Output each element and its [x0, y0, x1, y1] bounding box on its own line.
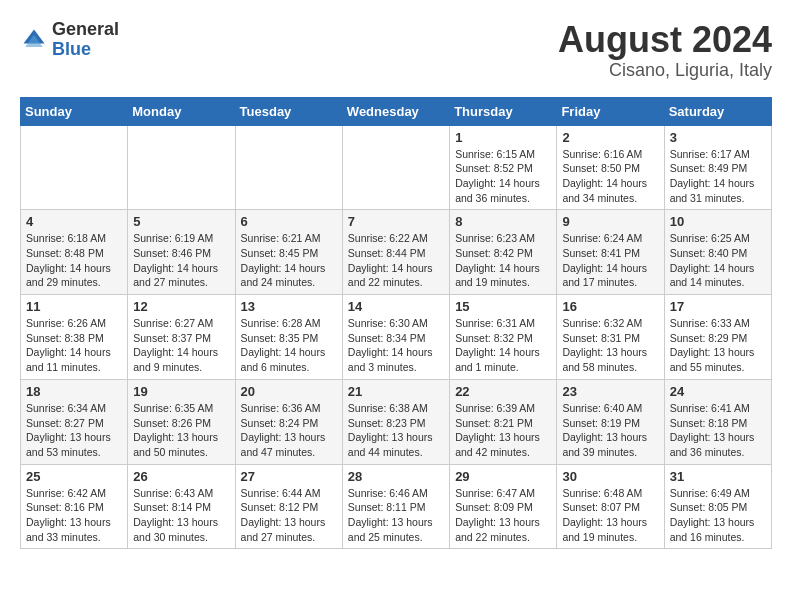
day-info: Sunrise: 6:43 AM Sunset: 8:14 PM Dayligh… [133, 486, 229, 545]
day-number: 3 [670, 130, 766, 145]
day-info: Sunrise: 6:46 AM Sunset: 8:11 PM Dayligh… [348, 486, 444, 545]
day-info: Sunrise: 6:35 AM Sunset: 8:26 PM Dayligh… [133, 401, 229, 460]
title-block: August 2024 Cisano, Liguria, Italy [558, 20, 772, 81]
day-info: Sunrise: 6:15 AM Sunset: 8:52 PM Dayligh… [455, 147, 551, 206]
day-number: 4 [26, 214, 122, 229]
day-info: Sunrise: 6:21 AM Sunset: 8:45 PM Dayligh… [241, 231, 337, 290]
calendar-week-row: 4Sunrise: 6:18 AM Sunset: 8:48 PM Daylig… [21, 210, 772, 295]
day-number: 7 [348, 214, 444, 229]
calendar-day-cell [128, 125, 235, 210]
calendar-day-cell: 3Sunrise: 6:17 AM Sunset: 8:49 PM Daylig… [664, 125, 771, 210]
day-number: 6 [241, 214, 337, 229]
calendar-day-cell: 9Sunrise: 6:24 AM Sunset: 8:41 PM Daylig… [557, 210, 664, 295]
calendar-day-cell: 16Sunrise: 6:32 AM Sunset: 8:31 PM Dayli… [557, 295, 664, 380]
calendar-day-cell: 17Sunrise: 6:33 AM Sunset: 8:29 PM Dayli… [664, 295, 771, 380]
day-info: Sunrise: 6:17 AM Sunset: 8:49 PM Dayligh… [670, 147, 766, 206]
day-info: Sunrise: 6:23 AM Sunset: 8:42 PM Dayligh… [455, 231, 551, 290]
calendar-day-cell: 18Sunrise: 6:34 AM Sunset: 8:27 PM Dayli… [21, 379, 128, 464]
calendar-week-row: 1Sunrise: 6:15 AM Sunset: 8:52 PM Daylig… [21, 125, 772, 210]
day-number: 27 [241, 469, 337, 484]
logo: General Blue [20, 20, 119, 60]
calendar-day-cell [342, 125, 449, 210]
page-header: General Blue August 2024 Cisano, Liguria… [20, 20, 772, 81]
day-number: 17 [670, 299, 766, 314]
calendar-day-cell [21, 125, 128, 210]
day-info: Sunrise: 6:41 AM Sunset: 8:18 PM Dayligh… [670, 401, 766, 460]
day-info: Sunrise: 6:16 AM Sunset: 8:50 PM Dayligh… [562, 147, 658, 206]
day-number: 8 [455, 214, 551, 229]
calendar-header-row: SundayMondayTuesdayWednesdayThursdayFrid… [21, 97, 772, 125]
month-title: August 2024 [558, 20, 772, 60]
day-info: Sunrise: 6:49 AM Sunset: 8:05 PM Dayligh… [670, 486, 766, 545]
calendar-day-cell: 7Sunrise: 6:22 AM Sunset: 8:44 PM Daylig… [342, 210, 449, 295]
calendar-day-cell: 13Sunrise: 6:28 AM Sunset: 8:35 PM Dayli… [235, 295, 342, 380]
day-info: Sunrise: 6:24 AM Sunset: 8:41 PM Dayligh… [562, 231, 658, 290]
day-number: 1 [455, 130, 551, 145]
day-number: 29 [455, 469, 551, 484]
day-number: 26 [133, 469, 229, 484]
day-number: 9 [562, 214, 658, 229]
day-info: Sunrise: 6:40 AM Sunset: 8:19 PM Dayligh… [562, 401, 658, 460]
day-info: Sunrise: 6:33 AM Sunset: 8:29 PM Dayligh… [670, 316, 766, 375]
day-number: 20 [241, 384, 337, 399]
calendar-day-cell: 29Sunrise: 6:47 AM Sunset: 8:09 PM Dayli… [450, 464, 557, 549]
logo-blue: Blue [52, 40, 119, 60]
day-info: Sunrise: 6:42 AM Sunset: 8:16 PM Dayligh… [26, 486, 122, 545]
day-info: Sunrise: 6:28 AM Sunset: 8:35 PM Dayligh… [241, 316, 337, 375]
day-info: Sunrise: 6:22 AM Sunset: 8:44 PM Dayligh… [348, 231, 444, 290]
calendar-day-cell: 11Sunrise: 6:26 AM Sunset: 8:38 PM Dayli… [21, 295, 128, 380]
weekday-header: Tuesday [235, 97, 342, 125]
day-number: 5 [133, 214, 229, 229]
calendar-week-row: 25Sunrise: 6:42 AM Sunset: 8:16 PM Dayli… [21, 464, 772, 549]
day-number: 2 [562, 130, 658, 145]
calendar-day-cell: 26Sunrise: 6:43 AM Sunset: 8:14 PM Dayli… [128, 464, 235, 549]
calendar-day-cell: 21Sunrise: 6:38 AM Sunset: 8:23 PM Dayli… [342, 379, 449, 464]
day-info: Sunrise: 6:19 AM Sunset: 8:46 PM Dayligh… [133, 231, 229, 290]
day-number: 30 [562, 469, 658, 484]
day-number: 19 [133, 384, 229, 399]
day-info: Sunrise: 6:48 AM Sunset: 8:07 PM Dayligh… [562, 486, 658, 545]
day-number: 23 [562, 384, 658, 399]
logo-icon [20, 26, 48, 54]
day-number: 25 [26, 469, 122, 484]
calendar-day-cell: 10Sunrise: 6:25 AM Sunset: 8:40 PM Dayli… [664, 210, 771, 295]
day-info: Sunrise: 6:39 AM Sunset: 8:21 PM Dayligh… [455, 401, 551, 460]
day-info: Sunrise: 6:26 AM Sunset: 8:38 PM Dayligh… [26, 316, 122, 375]
weekday-header: Wednesday [342, 97, 449, 125]
calendar-day-cell: 2Sunrise: 6:16 AM Sunset: 8:50 PM Daylig… [557, 125, 664, 210]
calendar-day-cell: 30Sunrise: 6:48 AM Sunset: 8:07 PM Dayli… [557, 464, 664, 549]
day-info: Sunrise: 6:32 AM Sunset: 8:31 PM Dayligh… [562, 316, 658, 375]
day-number: 16 [562, 299, 658, 314]
day-number: 15 [455, 299, 551, 314]
weekday-header: Friday [557, 97, 664, 125]
calendar-week-row: 11Sunrise: 6:26 AM Sunset: 8:38 PM Dayli… [21, 295, 772, 380]
day-info: Sunrise: 6:18 AM Sunset: 8:48 PM Dayligh… [26, 231, 122, 290]
day-info: Sunrise: 6:27 AM Sunset: 8:37 PM Dayligh… [133, 316, 229, 375]
day-number: 12 [133, 299, 229, 314]
day-info: Sunrise: 6:44 AM Sunset: 8:12 PM Dayligh… [241, 486, 337, 545]
logo-text: General Blue [52, 20, 119, 60]
calendar-day-cell: 6Sunrise: 6:21 AM Sunset: 8:45 PM Daylig… [235, 210, 342, 295]
location-subtitle: Cisano, Liguria, Italy [558, 60, 772, 81]
day-number: 24 [670, 384, 766, 399]
day-number: 11 [26, 299, 122, 314]
day-info: Sunrise: 6:34 AM Sunset: 8:27 PM Dayligh… [26, 401, 122, 460]
day-info: Sunrise: 6:30 AM Sunset: 8:34 PM Dayligh… [348, 316, 444, 375]
calendar-day-cell [235, 125, 342, 210]
day-number: 21 [348, 384, 444, 399]
calendar-day-cell: 22Sunrise: 6:39 AM Sunset: 8:21 PM Dayli… [450, 379, 557, 464]
day-number: 14 [348, 299, 444, 314]
logo-general: General [52, 20, 119, 40]
calendar-day-cell: 4Sunrise: 6:18 AM Sunset: 8:48 PM Daylig… [21, 210, 128, 295]
day-number: 31 [670, 469, 766, 484]
weekday-header: Thursday [450, 97, 557, 125]
day-number: 22 [455, 384, 551, 399]
calendar-day-cell: 28Sunrise: 6:46 AM Sunset: 8:11 PM Dayli… [342, 464, 449, 549]
calendar-table: SundayMondayTuesdayWednesdayThursdayFrid… [20, 97, 772, 550]
weekday-header: Saturday [664, 97, 771, 125]
day-info: Sunrise: 6:31 AM Sunset: 8:32 PM Dayligh… [455, 316, 551, 375]
calendar-week-row: 18Sunrise: 6:34 AM Sunset: 8:27 PM Dayli… [21, 379, 772, 464]
calendar-day-cell: 24Sunrise: 6:41 AM Sunset: 8:18 PM Dayli… [664, 379, 771, 464]
calendar-day-cell: 25Sunrise: 6:42 AM Sunset: 8:16 PM Dayli… [21, 464, 128, 549]
day-info: Sunrise: 6:47 AM Sunset: 8:09 PM Dayligh… [455, 486, 551, 545]
